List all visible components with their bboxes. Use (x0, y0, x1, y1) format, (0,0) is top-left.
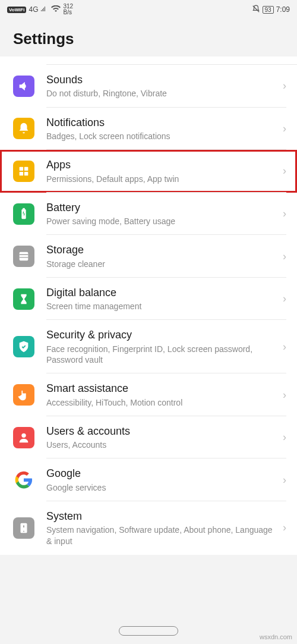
row-title: Storage (46, 243, 278, 257)
row-title: Battery (46, 201, 278, 215)
bell-icon (13, 118, 34, 139)
row-subtitle: Permissions, Default apps, App twin (46, 174, 278, 184)
hand-icon (13, 384, 34, 406)
settings-list: Sounds Do not disturb, Ringtone, Vibrate… (0, 56, 297, 555)
partial-row-divider (46, 56, 297, 65)
settings-row-apps[interactable]: Apps Permissions, Default apps, App twin… (0, 150, 297, 193)
storage-icon (13, 246, 34, 267)
row-title: System (46, 510, 278, 523)
svg-rect-3 (24, 172, 28, 175)
row-subtitle: Screen time management (46, 301, 278, 312)
page-title: Settings (0, 19, 297, 56)
row-title: Digital balance (46, 286, 278, 300)
chevron-right-icon: › (283, 250, 286, 263)
row-subtitle: Do not disturb, Ringtone, Vibrate (46, 88, 278, 99)
apps-grid-icon (13, 161, 34, 182)
user-icon (13, 427, 34, 448)
settings-row-users[interactable]: Users & accounts Users, Accounts › (0, 416, 297, 459)
chevron-right-icon: › (283, 431, 286, 444)
row-title: Sounds (46, 73, 278, 87)
settings-row-google[interactable]: Google Google services › (0, 458, 297, 501)
gesture-nav-pill[interactable] (119, 626, 178, 636)
watermark: wsxdn.com (260, 633, 292, 640)
row-title: Smart assistance (46, 382, 278, 395)
chevron-right-icon: › (283, 122, 286, 135)
chevron-right-icon: › (283, 474, 286, 486)
row-subtitle: Power saving mode, Battery usage (46, 216, 278, 227)
svg-rect-6 (20, 252, 29, 261)
svg-rect-5 (23, 208, 25, 209)
chevron-right-icon: › (283, 522, 286, 534)
settings-row-sounds[interactable]: Sounds Do not disturb, Ringtone, Vibrate… (0, 65, 297, 108)
svg-point-9 (23, 530, 24, 532)
status-right: 93 7:09 (252, 5, 290, 15)
battery-icon (13, 203, 34, 225)
svg-rect-2 (20, 172, 23, 175)
row-subtitle: Accessibility, HiTouch, Motion control (46, 397, 278, 408)
wifi-icon (51, 5, 61, 14)
settings-row-digital-balance[interactable]: Digital balance Screen time management › (0, 278, 297, 321)
settings-row-security[interactable]: Security & privacy Face recognition, Fin… (0, 320, 297, 373)
shield-icon (13, 336, 34, 357)
row-subtitle: Face recognition, Fingerprint ID, Lock s… (46, 344, 278, 365)
settings-row-smart-assistance[interactable]: Smart assistance Accessibility, HiTouch,… (0, 373, 297, 416)
mute-icon (252, 5, 260, 15)
chevron-right-icon: › (283, 80, 286, 92)
google-icon (13, 469, 34, 491)
row-subtitle: Google services (46, 482, 278, 493)
svg-rect-0 (20, 167, 23, 171)
row-subtitle: Storage cleaner (46, 259, 278, 269)
chevron-right-icon: › (283, 389, 286, 401)
settings-row-notifications[interactable]: Notifications Badges, Lock screen notifi… (0, 108, 297, 150)
clock: 7:09 (276, 5, 290, 14)
status-bar: VoWiFi 4G 312B/s 93 7:09 (0, 0, 297, 19)
sound-icon (13, 76, 34, 97)
signal-icon (40, 5, 49, 14)
row-subtitle: System navigation, Software update, Abou… (46, 524, 278, 546)
svg-rect-1 (24, 167, 28, 171)
hourglass-icon (13, 288, 34, 310)
chevron-right-icon: › (283, 208, 286, 220)
row-title: Users & accounts (46, 425, 278, 438)
row-title: Notifications (46, 116, 278, 130)
battery-indicator: 93 (263, 6, 274, 14)
system-icon (13, 517, 34, 539)
status-left: VoWiFi 4G 312B/s (7, 4, 73, 15)
row-title: Security & privacy (46, 328, 278, 342)
network-speed: 312B/s (63, 4, 73, 15)
svg-point-7 (21, 433, 26, 437)
settings-row-battery[interactable]: Battery Power saving mode, Battery usage… (0, 193, 297, 235)
vowifi-badge: VoWiFi (7, 7, 26, 13)
chevron-right-icon: › (283, 341, 286, 353)
chevron-right-icon: › (283, 293, 286, 305)
settings-row-system[interactable]: System System navigation, Software updat… (0, 501, 297, 555)
row-title: Apps (46, 158, 278, 172)
row-subtitle: Badges, Lock screen notifications (46, 131, 278, 142)
settings-row-storage[interactable]: Storage Storage cleaner › (0, 235, 297, 278)
row-subtitle: Users, Accounts (46, 439, 278, 450)
row-title: Google (46, 467, 278, 480)
chevron-right-icon: › (283, 165, 286, 177)
network-type: 4G (29, 5, 38, 14)
